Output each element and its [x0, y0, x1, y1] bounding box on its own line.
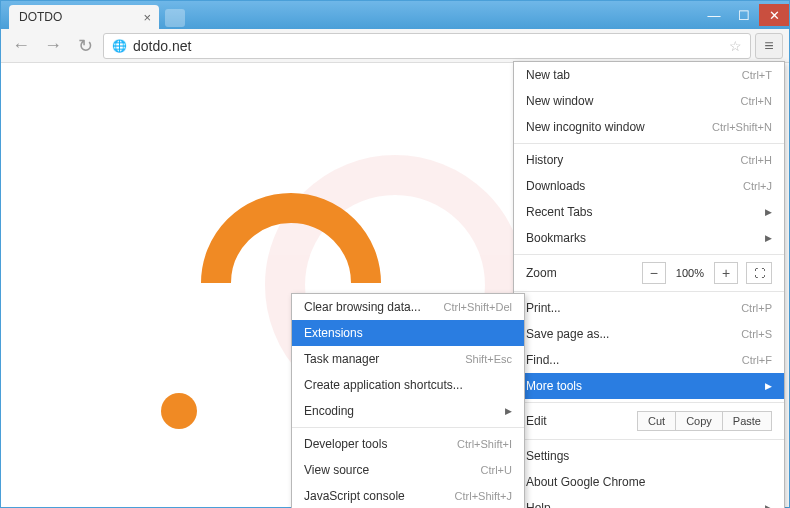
submenu-dev-tools[interactable]: Developer toolsCtrl+Shift+I [292, 431, 524, 457]
menu-recent-tabs[interactable]: Recent Tabs▶ [514, 199, 784, 225]
chevron-right-icon: ▶ [765, 207, 772, 217]
new-tab-button[interactable] [165, 9, 185, 27]
toolbar: ← → ↻ 🌐 dotdo.net ☆ ≡ [1, 29, 789, 63]
address-bar[interactable]: 🌐 dotdo.net ☆ [103, 33, 751, 59]
submenu-encoding[interactable]: Encoding▶ [292, 398, 524, 424]
menu-edit-row: Edit Cut Copy Paste [514, 406, 784, 436]
menu-new-window[interactable]: New windowCtrl+N [514, 88, 784, 114]
menu-separator [514, 402, 784, 403]
menu-downloads[interactable]: DownloadsCtrl+J [514, 173, 784, 199]
reload-button[interactable]: ↻ [71, 32, 99, 60]
back-button[interactable]: ← [7, 32, 35, 60]
close-button[interactable]: ✕ [759, 4, 789, 26]
titlebar: DOTDO × — ☐ ✕ [1, 1, 789, 29]
menu-bookmarks[interactable]: Bookmarks▶ [514, 225, 784, 251]
menu-save-as[interactable]: Save page as...Ctrl+S [514, 321, 784, 347]
submenu-js-console[interactable]: JavaScript consoleCtrl+Shift+J [292, 483, 524, 508]
submenu-extensions[interactable]: Extensions [292, 320, 524, 346]
tab-title: DOTDO [19, 10, 62, 24]
zoom-in-button[interactable]: + [714, 262, 738, 284]
menu-button[interactable]: ≡ [755, 33, 783, 59]
submenu-app-shortcuts[interactable]: Create application shortcuts... [292, 372, 524, 398]
chrome-main-menu: New tabCtrl+T New windowCtrl+N New incog… [513, 61, 785, 508]
submenu-clear-data[interactable]: Clear browsing data...Ctrl+Shift+Del [292, 294, 524, 320]
window-controls: — ☐ ✕ [699, 4, 789, 26]
menu-separator [514, 254, 784, 255]
copy-button[interactable]: Copy [676, 411, 723, 431]
menu-new-incognito[interactable]: New incognito windowCtrl+Shift+N [514, 114, 784, 140]
forward-button[interactable]: → [39, 32, 67, 60]
maximize-button[interactable]: ☐ [729, 4, 759, 26]
menu-zoom-row: Zoom − 100% + ⛶ [514, 258, 784, 288]
submenu-view-source[interactable]: View sourceCtrl+U [292, 457, 524, 483]
fullscreen-button[interactable]: ⛶ [746, 262, 772, 284]
chevron-right-icon: ▶ [505, 406, 512, 416]
menu-separator [292, 427, 524, 428]
submenu-task-manager[interactable]: Task managerShift+Esc [292, 346, 524, 372]
menu-find[interactable]: Find...Ctrl+F [514, 347, 784, 373]
zoom-out-button[interactable]: − [642, 262, 666, 284]
menu-separator [514, 291, 784, 292]
menu-more-tools[interactable]: More tools▶ [514, 373, 784, 399]
menu-new-tab[interactable]: New tabCtrl+T [514, 62, 784, 88]
browser-window: DOTDO × — ☐ ✕ ← → ↻ 🌐 dotdo.net ☆ ≡ New … [0, 0, 790, 508]
url-text: dotdo.net [133, 38, 729, 54]
tab-close-icon[interactable]: × [143, 10, 151, 25]
browser-tab[interactable]: DOTDO × [9, 5, 159, 29]
menu-history[interactable]: HistoryCtrl+H [514, 147, 784, 173]
menu-about[interactable]: About Google Chrome [514, 469, 784, 495]
bookmark-star-icon[interactable]: ☆ [729, 38, 742, 54]
menu-settings[interactable]: Settings [514, 443, 784, 469]
chevron-right-icon: ▶ [765, 381, 772, 391]
zoom-value: 100% [666, 267, 714, 279]
menu-help[interactable]: Help▶ [514, 495, 784, 508]
menu-separator [514, 143, 784, 144]
cut-button[interactable]: Cut [637, 411, 676, 431]
edit-label: Edit [526, 414, 596, 428]
paste-button[interactable]: Paste [723, 411, 772, 431]
zoom-label: Zoom [526, 266, 642, 280]
minimize-button[interactable]: — [699, 4, 729, 26]
chevron-right-icon: ▶ [765, 233, 772, 243]
menu-separator [514, 439, 784, 440]
site-icon: 🌐 [112, 39, 127, 53]
menu-print[interactable]: Print...Ctrl+P [514, 295, 784, 321]
chevron-right-icon: ▶ [765, 503, 772, 508]
more-tools-submenu: Clear browsing data...Ctrl+Shift+Del Ext… [291, 293, 525, 508]
